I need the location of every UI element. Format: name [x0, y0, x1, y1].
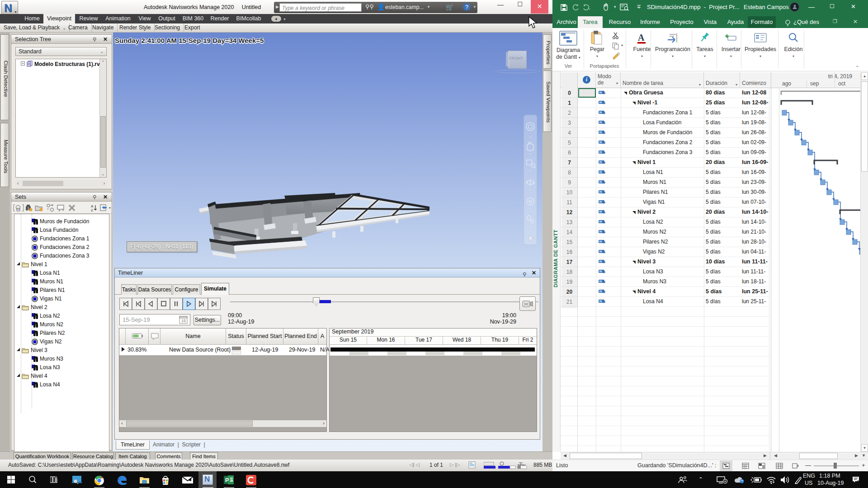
- svg-text:P: P: [225, 477, 229, 483]
- svg-text:Z: Z: [91, 208, 93, 212]
- svg-text:A: A: [91, 204, 94, 208]
- svg-text:15: 15: [181, 319, 186, 323]
